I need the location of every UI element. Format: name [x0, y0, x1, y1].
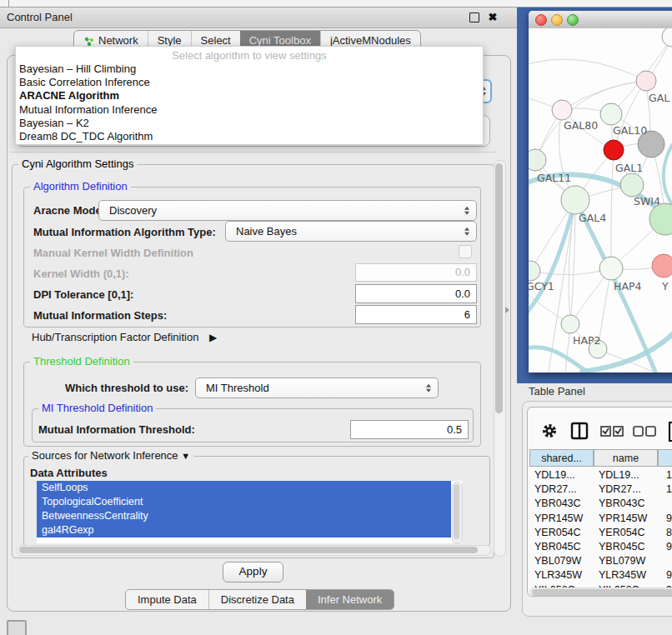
attributes-vscrollbar[interactable]: [452, 482, 463, 544]
table-row[interactable]: YPR145WYPR145W9.: [529, 512, 672, 526]
mi-threshold-label: Mutual Information Threshold:: [38, 423, 195, 436]
node-gal-pink-label: GAL: [649, 92, 669, 104]
dropdown-item-2[interactable]: ARACNE Algorithm: [16, 89, 483, 102]
gear-icon[interactable]: [544, 426, 554, 436]
close-icon[interactable]: ✖: [486, 8, 499, 28]
node-GCY1[interactable]: [529, 261, 540, 281]
node-HAP4-label: HAP4: [614, 280, 641, 292]
combo-spinner-icon: [464, 227, 469, 236]
dropdown-item-3[interactable]: Mutual Information Inference: [16, 103, 483, 117]
select-all-checkboxes-icon[interactable]: [601, 427, 623, 436]
mi-steps-field[interactable]: 6: [355, 305, 477, 324]
manual-kernel-checkbox[interactable]: [459, 245, 472, 258]
float-window-icon[interactable]: [469, 12, 479, 22]
combo-spinner-icon: [426, 383, 431, 392]
mi-type-select[interactable]: Naive Bayes: [225, 221, 477, 242]
settings-hscroll-thumb[interactable]: [19, 547, 478, 553]
node-HAP2[interactable]: [561, 315, 579, 333]
node-salmon[interactable]: [652, 254, 672, 278]
dropdown-item-4[interactable]: Bayesian – K2: [16, 117, 483, 130]
apply-button[interactable]: Apply: [223, 562, 283, 582]
deselect-all-checkboxes-icon[interactable]: [634, 427, 655, 436]
node-GAL10-label: GAL10: [613, 124, 647, 137]
node-GAL80[interactable]: [552, 100, 572, 120]
attribute-item-SelfLoops[interactable]: SelfLoops: [37, 481, 451, 495]
table-cell: 9.: [666, 540, 672, 554]
column-header-2[interactable]: A: [658, 449, 672, 467]
node-GAL4[interactable]: [561, 186, 589, 214]
bottom-tab-impute-data[interactable]: Impute Data: [126, 590, 208, 609]
attributes-vscroll-thumb[interactable]: [454, 484, 459, 539]
dpi-tolerance-label: DPI Tolerance [0,1]:: [33, 288, 133, 301]
table-cell: YDR27...: [599, 482, 656, 497]
split-columns-icon[interactable]: [572, 423, 587, 438]
cytoscape-desktop: GALGAL80GAL10GAL1GAL11SWI4GAL4GCY1HAP4YH…: [517, 8, 672, 383]
dropdown-item-0[interactable]: Bayesian – Hill Climbing: [16, 62, 483, 76]
aracne-mode-select[interactable]: Discovery: [98, 200, 477, 221]
settings-vertical-scrollbar[interactable]: [494, 160, 506, 557]
node-GAL4-label: GAL4: [579, 212, 606, 224]
table-cell: YBL079W: [599, 554, 656, 568]
table-row[interactable]: YBR043CYBR043C: [529, 497, 672, 511]
control-panel-titlebar: [0, 8, 517, 28]
aracne-mode-value: Discovery: [109, 201, 157, 220]
table-row[interactable]: YER054CYER054C8.: [529, 526, 672, 540]
data-attributes-list[interactable]: SelfLoopsTopologicalCoefficientBetweenne…: [37, 481, 462, 543]
dropdown-item-1[interactable]: Basic Correlation Inference: [16, 76, 483, 89]
minimize-traffic-light-icon[interactable]: [551, 14, 563, 26]
mi-type-label: Mutual Information Algorithm Type:: [33, 226, 216, 238]
manual-kernel-label: Manual Kernel Width Definition: [33, 247, 193, 259]
table-row[interactable]: YDR27...YDR27...12: [529, 482, 672, 497]
application-window: { "control_panel": { "title": "Control P…: [0, 0, 672, 635]
attribute-item-TopologicalCoefficient[interactable]: TopologicalCoefficient: [37, 495, 451, 509]
network-window-titlebar[interactable]: [529, 11, 672, 29]
node-GAL1[interactable]: [604, 140, 624, 160]
sources-legend[interactable]: Sources for Network Inference ▼: [28, 450, 193, 462]
table-row[interactable]: YDL19...YDL19...13: [529, 468, 672, 482]
bottom-tab-discretize-data[interactable]: Discretize Data: [208, 590, 306, 609]
group-separator-line: [10, 152, 497, 152]
table-cell: YBR043C: [534, 497, 592, 511]
settings-horizontal-scrollbar[interactable]: [17, 545, 491, 556]
network-icon: [83, 36, 94, 47]
algorithm-definition-legend: Algorithm Definition: [30, 181, 131, 192]
table-hscroll-thumb[interactable]: [532, 589, 672, 596]
bottom-tab-infer-network[interactable]: Infer Network: [306, 590, 394, 609]
node-GAL11[interactable]: [529, 149, 546, 171]
table-row[interactable]: YBL079WYBL079W: [529, 554, 672, 568]
dropdown-item-5[interactable]: Dream8 DC_TDC Algorithm: [16, 130, 483, 143]
close-traffic-light-icon[interactable]: [535, 14, 547, 26]
zoom-traffic-light-icon[interactable]: [567, 14, 579, 26]
node-gal-pink[interactable]: [636, 71, 656, 91]
node-top-right[interactable]: [662, 28, 672, 47]
node-HAP4[interactable]: [599, 257, 623, 280]
table-horizontal-scrollbar[interactable]: [529, 588, 672, 597]
node-SWI4[interactable]: [620, 173, 644, 197]
network-view-window[interactable]: GALGAL80GAL10GAL1GAL11SWI4GAL4GCY1HAP4YH…: [529, 11, 672, 372]
top-divider-tick: [8, 0, 9, 7]
node-GAL1-label: GAL1: [615, 162, 643, 174]
bottom-left-panel-icon[interactable]: [7, 620, 27, 635]
node-GAL10[interactable]: [600, 103, 622, 125]
kernel-width-field[interactable]: 0.0: [355, 263, 477, 282]
dpi-tolerance-field[interactable]: 0.0: [355, 284, 477, 303]
split-pane-arrow-icon[interactable]: [505, 307, 509, 313]
table-panel-title: Table Panel: [529, 385, 585, 398]
attribute-item-gal4RGexp[interactable]: gal4RGexp: [37, 523, 451, 538]
which-threshold-select[interactable]: MI Threshold: [195, 378, 439, 398]
table-cell: YDR27...: [534, 482, 592, 497]
table-cell: YDL19...: [534, 468, 592, 482]
column-header-1[interactable]: name: [594, 449, 658, 467]
table-row[interactable]: YLR345WYLR345W9.: [529, 568, 672, 582]
network-edge: [530, 268, 611, 275]
network-canvas[interactable]: GALGAL80GAL10GAL1GAL11SWI4GAL4GCY1HAP4YH…: [529, 28, 672, 372]
table-row[interactable]: YBR045CYBR045C9.: [529, 540, 672, 554]
mi-threshold-field[interactable]: 0.5: [350, 420, 469, 439]
column-header-0[interactable]: shared...: [529, 449, 594, 467]
aracne-mode-label: Aracne Mode:: [33, 204, 105, 217]
table-cell: YDL19...: [599, 468, 656, 482]
hub-definition-expander[interactable]: Hub/Transcription Factor Definition ▶: [32, 331, 217, 343]
table-cell: YBR043C: [599, 497, 656, 511]
settings-vscroll-thumb[interactable]: [495, 163, 503, 413]
attribute-item-BetweennessCentrality[interactable]: BetweennessCentrality: [37, 509, 451, 523]
